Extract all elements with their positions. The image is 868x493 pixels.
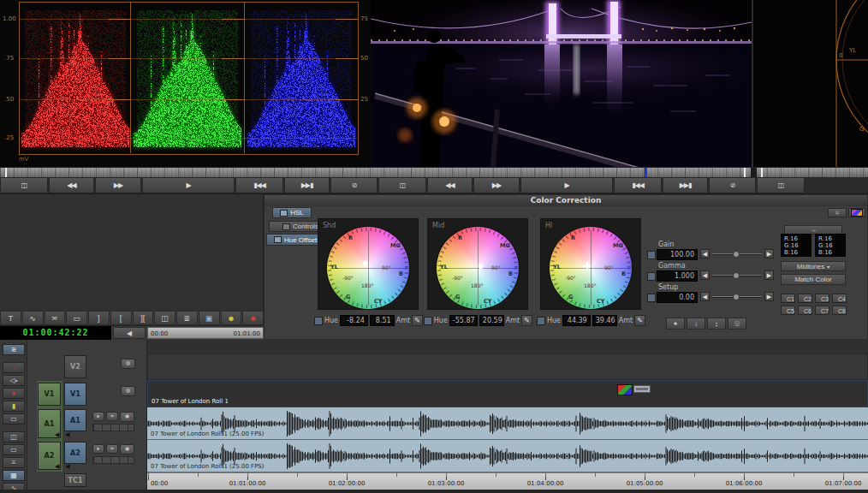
track-height-icon[interactable]: ≡ xyxy=(3,457,25,468)
no-effect-button[interactable]: ⊘ xyxy=(709,177,756,193)
amount-value-field[interactable]: 39.46 xyxy=(592,315,617,326)
step-backward-button[interactable]: ◀ xyxy=(113,327,146,339)
position-bar[interactable] xyxy=(0,167,868,177)
splice-icon[interactable]: ◫ xyxy=(3,431,25,443)
record-track-v2[interactable]: V2 xyxy=(64,355,86,378)
extract-splice-icon[interactable]: → xyxy=(3,362,25,373)
chroma-wheel-highlights[interactable]: R MG B CY G YL 90° 180° -90° xyxy=(550,227,632,309)
gamma-value-field[interactable]: 1.000 xyxy=(657,270,698,282)
view-mode-button[interactable]: ▤ xyxy=(828,208,847,217)
setup-increment-button[interactable]: ▶ xyxy=(764,292,774,301)
chroma-wheel-midtones[interactable]: R MG B CY G YL 90° 180° -90° xyxy=(437,227,519,309)
gain-enable-checkbox[interactable] xyxy=(647,251,656,259)
play-button[interactable]: ▶ xyxy=(142,177,235,193)
splitter-button[interactable]: ◫ xyxy=(757,177,805,193)
play-button[interactable]: ▶ xyxy=(520,177,613,193)
gain-increment-button[interactable]: ▶ xyxy=(764,249,774,258)
record-a2-speaker-icon[interactable]: ◀ xyxy=(65,464,69,470)
source-a2-speaker-icon[interactable]: ◀ xyxy=(55,464,59,470)
eyedropper-button[interactable]: ✎ xyxy=(521,315,532,326)
a1-pan-icon[interactable]: ≈ xyxy=(106,412,118,421)
setup-value-field[interactable]: 0.00 xyxy=(657,292,698,303)
fast-forward-button[interactable]: ▶▶ xyxy=(473,177,520,193)
audio-clip-a1[interactable]: 07 Tower of London Roll 1 (25.00 FPS) xyxy=(147,407,868,440)
correction-bucket-c3[interactable]: C3 xyxy=(815,294,829,303)
color-correction-effect-icon[interactable] xyxy=(848,208,865,217)
frame-icon[interactable]: ▭ xyxy=(3,444,25,455)
gamma-increment-button[interactable]: ▶ xyxy=(764,270,774,280)
wheel-position-marker[interactable] xyxy=(363,261,367,265)
midtones-dropdown[interactable]: Midtones▾ xyxy=(781,261,846,271)
go-to-previous-button[interactable]: ▮◀◀ xyxy=(614,177,662,193)
splice-button[interactable]: ◫ xyxy=(154,311,175,325)
correction-bucket-c8[interactable]: C8 xyxy=(832,306,847,315)
correction-bucket-c7[interactable]: C7 xyxy=(815,306,829,315)
v2-realtime-icon[interactable]: ◍ xyxy=(121,359,135,369)
wheel-enable-checkbox[interactable] xyxy=(424,317,432,325)
hue-value-field[interactable]: -8.24 xyxy=(340,315,368,326)
wheel-position-marker[interactable] xyxy=(479,264,483,269)
hue-value-field[interactable]: 44.39 xyxy=(562,315,591,326)
eyedropper-button[interactable]: ✎ xyxy=(412,315,423,326)
wheel-position-marker[interactable] xyxy=(583,262,591,270)
a2-automation-grid[interactable] xyxy=(92,456,134,464)
source-track-v1[interactable]: V1 xyxy=(38,383,61,406)
eyedropper-button[interactable]: ✎ xyxy=(634,315,645,326)
color-correction-mode-button[interactable]: ☻ xyxy=(242,311,264,325)
fast-forward-button[interactable]: ▶▶ xyxy=(95,177,141,193)
a1-automation-grid[interactable] xyxy=(92,424,134,431)
mark-out-button[interactable]: ] xyxy=(88,311,110,325)
v1-realtime-icon[interactable]: ◍ xyxy=(121,386,135,396)
mark-in-button[interactable]: [ xyxy=(110,311,132,325)
correction-bucket-c2[interactable]: C2 xyxy=(798,294,812,303)
grid-button[interactable]: ≣ xyxy=(176,311,198,325)
a1-meter-icon[interactable]: ◉ xyxy=(120,412,134,422)
timeline-view-button[interactable]: ≋ xyxy=(3,344,25,355)
record-track-v1[interactable]: V1 xyxy=(64,383,86,406)
correction-bucket-c6[interactable]: C6 xyxy=(798,306,812,315)
alternate-source-button[interactable]: ↨ xyxy=(707,318,726,330)
color-correction-effect-badge[interactable] xyxy=(617,384,633,395)
record-track-a1[interactable]: A1 xyxy=(64,409,86,431)
tc1-track-button[interactable]: TC1 xyxy=(64,473,86,487)
correction-bucket-c1[interactable]: C1 xyxy=(781,294,795,303)
record-track-a2[interactable]: A2 xyxy=(64,442,86,464)
a1-clip-gain-icon[interactable]: ▸ xyxy=(92,412,104,421)
splitter-button[interactable]: ◫ xyxy=(0,177,48,193)
tab-hsl[interactable]: HSL xyxy=(272,207,312,218)
motion-effect-button[interactable]: ∿ xyxy=(22,311,44,325)
effect-mode-button[interactable]: ☻ xyxy=(221,311,242,325)
go-to-next-button[interactable]: ▶▶▮ xyxy=(663,177,708,193)
gain-slider-thumb[interactable] xyxy=(733,251,740,258)
wheel-enable-checkbox[interactable] xyxy=(314,317,323,325)
remove-effect-button[interactable]: ↓ xyxy=(687,318,705,330)
gamma-decrement-button[interactable]: ◀ xyxy=(700,270,710,280)
amount-value-field[interactable]: 8.51 xyxy=(370,315,395,326)
rewind-button[interactable]: ◀◀ xyxy=(427,177,473,193)
timeline-grid-button[interactable]: ▦ xyxy=(3,470,25,481)
track-lane-v2[interactable] xyxy=(147,353,868,380)
match-color-button[interactable]: Match Color xyxy=(781,274,846,285)
correction-bucket-c5[interactable]: C5 xyxy=(781,306,795,315)
monitor-icon[interactable]: ▭ xyxy=(3,413,25,425)
rewind-button[interactable]: ◀◀ xyxy=(49,177,94,193)
go-to-previous-button[interactable]: ▮◀◀ xyxy=(235,177,283,193)
match-type-button[interactable]: ✦ xyxy=(666,318,685,330)
record-a1-speaker-icon[interactable]: ◀ xyxy=(65,432,69,438)
source-a1-speaker-icon[interactable]: ◀ xyxy=(55,432,59,438)
solo-icon[interactable]: ▮ xyxy=(3,401,25,412)
video-monitor[interactable] xyxy=(371,0,752,167)
text-tool-button[interactable]: T xyxy=(0,311,21,325)
hue-value-field[interactable]: -55.87 xyxy=(449,315,478,326)
chroma-wheel-shadows[interactable]: R MG B CY G YL 90° 180° -90° xyxy=(327,227,409,309)
video-clip-v1[interactable]: 07 Tower of London Roll 1 xyxy=(147,380,868,407)
correction-mode-button[interactable]: ☉ xyxy=(728,318,746,330)
gain-decrement-button[interactable]: ◀ xyxy=(700,249,710,258)
gamma-enable-checkbox[interactable] xyxy=(647,272,656,281)
audio-monitor-icon[interactable]: ◁• xyxy=(3,375,25,386)
a2-clip-gain-icon[interactable]: ▸ xyxy=(92,444,104,454)
setup-decrement-button[interactable]: ◀ xyxy=(700,292,710,301)
monitor-button[interactable]: ▣ xyxy=(199,311,220,325)
gain-value-field[interactable]: 100.00 xyxy=(657,249,698,260)
go-to-next-button[interactable]: ▶▶▮ xyxy=(284,177,330,193)
